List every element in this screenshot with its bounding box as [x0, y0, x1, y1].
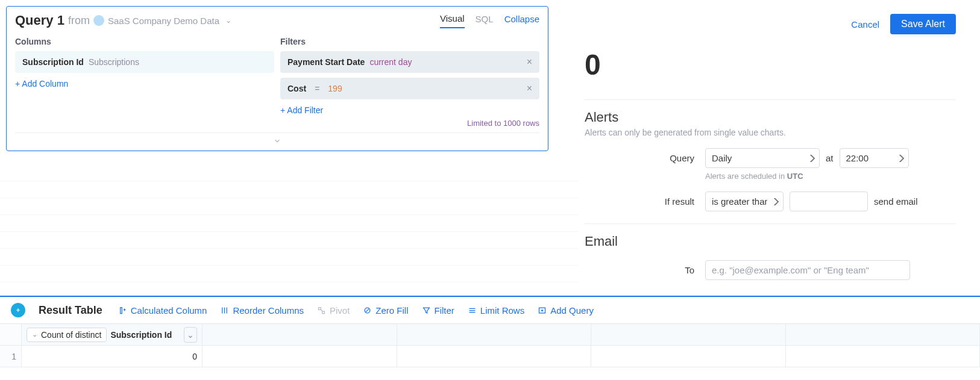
row-index: 1	[0, 346, 22, 367]
result-table-panel: Result Table Calculated Column Reorder C…	[0, 296, 980, 380]
column-header[interactable]: ⌄ Count of distinct Subscription Id ⌄	[22, 324, 203, 345]
columns-heading: Columns	[15, 37, 274, 46]
filter-pill[interactable]: Payment Start Date current day ×	[280, 51, 539, 73]
to-label: To	[585, 265, 699, 275]
filter-pill[interactable]: Cost = 199 ×	[280, 78, 539, 99]
aggregation-selector[interactable]: ⌄ Count of distinct	[27, 328, 107, 342]
from-label: from	[68, 14, 90, 27]
empty-header	[203, 324, 397, 345]
filter-value: 199	[328, 84, 342, 93]
column-name: Subscription Id	[110, 330, 172, 340]
send-email-label: send email	[874, 196, 918, 207]
ifresult-label: If result	[585, 196, 699, 207]
filter-op: =	[315, 84, 319, 93]
plus-column-icon	[118, 306, 127, 315]
result-value: 0	[585, 48, 956, 81]
calculated-column-action[interactable]: Calculated Column	[118, 305, 207, 316]
zero-icon	[363, 306, 372, 315]
alerts-heading: Alerts	[585, 110, 956, 125]
datasource-icon	[93, 15, 104, 26]
column-pill[interactable]: Subscription Id Subscriptions	[15, 51, 274, 73]
chevron-down-icon[interactable]: ⌄	[225, 16, 231, 25]
filters-heading: Filters	[280, 37, 539, 46]
expand-toggle[interactable]	[15, 133, 539, 151]
frequency-select[interactable]: Daily	[705, 148, 820, 168]
empty-header	[786, 324, 981, 345]
filter-icon	[422, 306, 431, 315]
query-card: Query 1 from SaaS Company Demo Data ⌄ Vi…	[6, 6, 548, 151]
tab-visual[interactable]: Visual	[440, 13, 465, 28]
reorder-icon	[220, 306, 229, 315]
threshold-input[interactable]	[790, 192, 868, 211]
query-label: Query	[585, 153, 699, 163]
add-column-link[interactable]: + Add Column	[15, 79, 68, 89]
result-table-title: Result Table	[39, 304, 102, 317]
add-query-action[interactable]: Add Query	[538, 305, 594, 316]
recipients-input[interactable]	[705, 260, 910, 280]
chevron-down-icon	[273, 137, 281, 145]
column-menu-button[interactable]: ⌄	[184, 327, 197, 343]
utc-note: Alerts are scheduled in UTC	[705, 172, 956, 181]
save-alert-button[interactable]: Save Alert	[890, 14, 956, 34]
rows-icon	[468, 306, 477, 315]
condition-select[interactable]: is greater than	[705, 192, 784, 211]
zero-fill-action[interactable]: Zero Fill	[363, 305, 408, 316]
brand-icon	[11, 303, 25, 317]
datasource-select[interactable]: SaaS Company Demo Data	[108, 16, 219, 26]
time-select[interactable]: 22:00	[840, 148, 909, 168]
add-filter-link[interactable]: + Add Filter	[280, 105, 323, 115]
filter-field: Cost	[287, 84, 306, 93]
column-name: Subscription Id	[22, 57, 84, 67]
filter-value: current day	[369, 57, 412, 67]
remove-filter-icon[interactable]: ×	[527, 83, 532, 94]
limit-rows-action[interactable]: Limit Rows	[468, 305, 524, 316]
empty-header	[591, 324, 786, 345]
pivot-icon	[317, 306, 326, 315]
row-limit-note: Limited to 1000 rows	[15, 115, 539, 130]
column-table: Subscriptions	[89, 57, 139, 67]
cancel-link[interactable]: Cancel	[851, 19, 879, 30]
empty-header	[397, 324, 592, 345]
plus-icon	[538, 306, 547, 315]
tab-sql[interactable]: SQL	[476, 14, 494, 28]
filter-field: Payment Start Date	[287, 57, 365, 67]
filter-action[interactable]: Filter	[422, 305, 454, 316]
pivot-action: Pivot	[317, 305, 350, 316]
reorder-columns-action[interactable]: Reorder Columns	[220, 305, 304, 316]
alerts-subtitle: Alerts can only be generated from single…	[585, 128, 956, 137]
table-cell: 0	[22, 346, 203, 367]
empty-cell	[591, 346, 786, 367]
chevron-down-icon: ⌄	[32, 331, 37, 338]
email-heading: Email	[585, 234, 956, 249]
collapse-link[interactable]: Collapse	[504, 14, 539, 28]
remove-filter-icon[interactable]: ×	[527, 57, 532, 67]
empty-cell	[203, 346, 397, 367]
empty-cell	[786, 346, 981, 367]
row-index-header	[0, 324, 22, 345]
at-label: at	[826, 153, 834, 163]
query-title: Query 1	[15, 13, 64, 28]
empty-cell	[397, 346, 592, 367]
